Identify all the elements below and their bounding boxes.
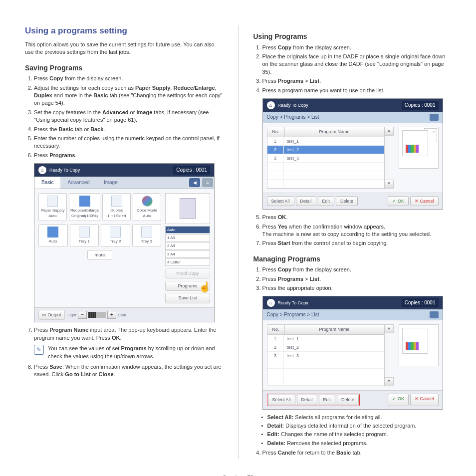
tray-1[interactable]: Tray 1 xyxy=(70,224,99,246)
step: Press Yes when the confirmation window a… xyxy=(262,223,452,238)
saving-heading: Saving Programs xyxy=(25,63,223,73)
bullet: Select All: Selects all programs for del… xyxy=(267,414,452,421)
programs-table: No.Program Name 1test_1 2test_2 3test_3 xyxy=(267,127,385,189)
page-footer: Copying_ 79 xyxy=(25,474,451,476)
density-plus[interactable]: + xyxy=(107,311,116,319)
step: Press Programs > List. xyxy=(262,77,452,85)
scroll-up-icon[interactable]: ▲ xyxy=(385,324,394,333)
step: Press Copy from the display screen. xyxy=(262,266,452,273)
select-all-button[interactable]: Select All xyxy=(268,395,295,405)
tray-opt[interactable]: 2 A4 xyxy=(165,242,210,249)
paper-supply-button[interactable]: Paper SupplyAuto xyxy=(38,193,67,221)
cancel-button[interactable]: ✕ Cancel xyxy=(410,394,439,406)
detail-button[interactable]: Detail xyxy=(297,395,317,405)
step: Press Copy from the display screen. xyxy=(262,44,452,51)
edit-button[interactable]: Edit xyxy=(319,395,336,405)
detail-button[interactable]: Detail xyxy=(296,196,316,207)
step: Press Programs > List. xyxy=(262,275,452,283)
tray-opt[interactable]: 3 A4 xyxy=(165,250,210,258)
step: Press OK. xyxy=(262,214,452,221)
table-row[interactable]: 1test_1 xyxy=(267,137,384,146)
density-bars xyxy=(88,312,106,318)
step: Adjust the settings for each copy such a… xyxy=(34,84,223,107)
list-icon[interactable] xyxy=(430,311,439,318)
step: Enter the number of copies using the num… xyxy=(34,135,223,150)
table-row[interactable]: 3test_3 xyxy=(267,352,384,360)
tab-advanced[interactable]: Advanced xyxy=(60,177,96,189)
step: Press the appropriate option. xyxy=(262,284,452,292)
tab-basic[interactable]: Basic xyxy=(34,177,60,189)
table-row[interactable]: 1test_1 xyxy=(267,335,384,343)
preview xyxy=(399,324,439,366)
proof-copy-button[interactable]: Proof Copy xyxy=(165,268,210,279)
tray-opt[interactable]: Auto xyxy=(165,226,210,234)
using-heading: Using Programs xyxy=(253,32,452,42)
tray-2[interactable]: Tray 2 xyxy=(101,224,130,246)
breadcrumb: Copy > Programs > List xyxy=(267,311,319,318)
copies-counter: Copies : 0001 xyxy=(402,101,439,110)
duplex-button[interactable]: Duplex1→1Sided xyxy=(102,193,131,221)
delete-button[interactable]: Delete xyxy=(336,196,358,207)
tray-opt[interactable]: 1 A3 xyxy=(165,234,210,241)
step: Press Program Name input area. The pop-u… xyxy=(34,326,223,342)
programs-table: No.Program Name 1test_1 2test_2 3test_3 xyxy=(267,324,385,386)
preview xyxy=(165,193,210,224)
more-button[interactable]: more xyxy=(87,250,113,260)
ok-button[interactable]: ✓ OK xyxy=(388,196,409,207)
screenshot-list-manage: ⌂Ready To Copy Copies : 0001 Copy > Prog… xyxy=(262,296,443,409)
step: Press the Basic tab or Back. xyxy=(34,126,223,133)
note-text: You can see the values of set Programs b… xyxy=(48,345,223,360)
managing-heading: Managing Programs xyxy=(253,254,452,264)
main-heading: Using a programs setting xyxy=(25,25,223,37)
bullet: Edit: Changes the name of the selected p… xyxy=(267,431,452,438)
tray-auto[interactable]: Auto xyxy=(38,224,68,246)
reduce-enlarge-button[interactable]: Reduce/EnlargeOriginal(100%) xyxy=(69,193,100,221)
home-icon[interactable]: ⌂ xyxy=(38,166,46,174)
ok-button[interactable]: ✓ OK xyxy=(388,394,409,406)
scroll-down-icon[interactable]: ▼ xyxy=(385,377,394,386)
bullet: Detail: Displays detailed information of… xyxy=(267,422,452,430)
list-icon[interactable] xyxy=(430,114,439,121)
edit-button[interactable]: Edit xyxy=(318,196,335,207)
back-icon[interactable]: ◀ xyxy=(189,178,200,187)
step: Press Cancle for return to the Basic tab… xyxy=(262,449,452,457)
output-button[interactable]: ▭ Output xyxy=(38,310,65,320)
list-icon[interactable]: ≡ xyxy=(202,178,213,187)
copies-counter: Copies : 0001 xyxy=(402,298,439,307)
table-row[interactable]: 2test_2 xyxy=(267,146,384,154)
select-all-button[interactable]: Select All xyxy=(267,196,294,207)
pointer-icon: ☝ xyxy=(199,280,211,294)
preview: 2 xyxy=(399,127,439,169)
step: Press Save. When the confirmation window… xyxy=(34,363,223,379)
screenshot-basic: ⌂Ready To Copy Copies : 0001 Basic Advan… xyxy=(34,163,215,322)
breadcrumb: Copy > Programs > List xyxy=(267,114,319,121)
cancel-button[interactable]: ✕ Cancel xyxy=(410,196,439,207)
scroll-down-icon[interactable]: ▼ xyxy=(385,180,394,189)
step: Press a program name you want to use on … xyxy=(262,87,452,94)
step: Press Copy from the display screen. xyxy=(34,75,223,82)
home-icon[interactable]: ⌂ xyxy=(267,299,275,307)
scroll-up-icon[interactable]: ▲ xyxy=(385,127,394,136)
table-row[interactable]: 2test_2 xyxy=(267,343,384,352)
table-row[interactable]: 3test_3 xyxy=(267,154,384,163)
step: Set the copy features in the Advanced or… xyxy=(34,109,223,124)
save-list-button[interactable]: Save List xyxy=(165,293,210,303)
copies-counter: Copies : 0001 xyxy=(173,166,210,175)
step: Place the originals face up in the DADF … xyxy=(262,53,452,76)
color-mode-button[interactable]: Color ModeAuto xyxy=(133,193,161,221)
screenshot-list-selected: ⌂Ready To Copy Copies : 0001 Copy > Prog… xyxy=(262,98,443,210)
note-icon: ✎ xyxy=(34,345,44,355)
step: Press Programs. xyxy=(34,152,223,159)
tray-opt[interactable]: 4 Letter xyxy=(165,258,210,266)
step: Press Start from the control panel to be… xyxy=(262,239,452,247)
density-minus[interactable]: − xyxy=(78,311,87,319)
intro: This option allows you to save the curre… xyxy=(25,41,223,56)
home-icon[interactable]: ⌂ xyxy=(267,101,275,109)
bullet: Delete: Removes the selected programs. xyxy=(267,440,452,447)
delete-button[interactable]: Delete xyxy=(337,395,359,405)
tab-image[interactable]: Image xyxy=(97,177,125,189)
tray-3[interactable]: Tray 3 xyxy=(132,224,162,246)
highlight-box: Select All Detail Edit Delete xyxy=(267,394,360,406)
